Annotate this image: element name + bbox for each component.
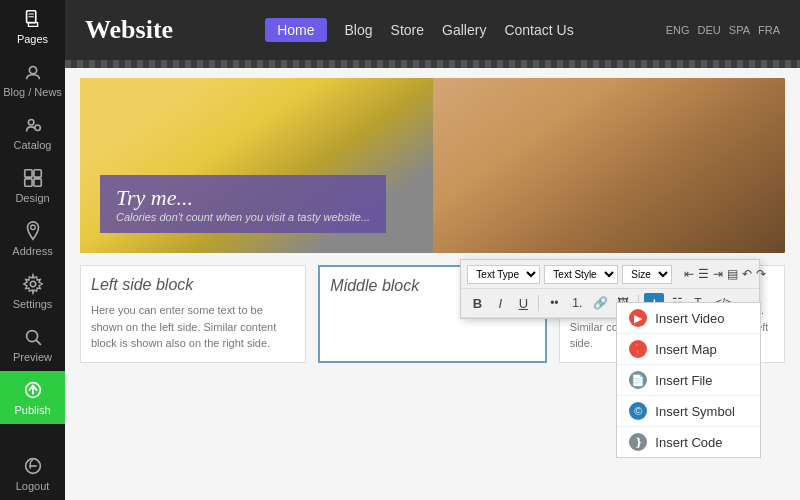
italic-btn[interactable]: I (490, 293, 510, 313)
svg-line-13 (36, 340, 40, 344)
hero-title: Try me... (116, 185, 370, 211)
block-left[interactable]: Left side block Here you can enter some … (80, 265, 306, 363)
sidebar-label-settings: Settings (13, 298, 53, 310)
redo-btn[interactable]: ↷ (756, 264, 766, 284)
svg-rect-8 (24, 179, 31, 186)
content-area: Try me... Calories don't count when you … (65, 68, 800, 500)
language-switcher: ENG DEU SPA FRA (666, 24, 780, 36)
insert-video-item[interactable]: ▶ Insert Video (617, 303, 760, 334)
align-right-btn[interactable]: ⇥ (713, 264, 723, 284)
sidebar-item-logout[interactable]: Logout (0, 447, 65, 500)
insert-file-label: Insert File (655, 373, 712, 388)
svg-rect-1 (28, 14, 34, 15)
insert-symbol-label: Insert Symbol (655, 404, 734, 419)
svg-point-10 (30, 225, 35, 230)
align-center-btn[interactable]: ☰ (698, 264, 709, 284)
symbol-icon: © (629, 402, 647, 420)
text-size-select[interactable]: Size (622, 265, 672, 284)
dotted-divider (65, 60, 800, 68)
file-icon: 📄 (629, 371, 647, 389)
toolbar-popup: Text Type Text Style Size ⇤ ☰ ⇥ ▤ ↶ ↷ B (460, 259, 760, 319)
toolbar-separator-2 (538, 295, 539, 311)
blog-icon (22, 61, 44, 83)
sidebar-label-pages: Pages (17, 33, 48, 45)
hero-subtitle: Calories don't count when you visit a ta… (116, 211, 370, 223)
blocks-row: Left side block Here you can enter some … (80, 265, 785, 363)
svg-point-5 (34, 125, 40, 131)
sidebar-item-catalog[interactable]: Catalog (0, 106, 65, 159)
text-style-select[interactable]: Text Style (544, 265, 618, 284)
sidebar-label-publish: Publish (14, 404, 50, 416)
svg-rect-9 (33, 179, 40, 186)
nav-gallery[interactable]: Gallery (442, 22, 486, 38)
lang-spa[interactable]: SPA (729, 24, 750, 36)
lang-fra[interactable]: FRA (758, 24, 780, 36)
settings-icon (22, 273, 44, 295)
insert-map-item[interactable]: 📍 Insert Map (617, 334, 760, 365)
ul-btn[interactable]: •• (544, 293, 564, 313)
nav-home[interactable]: Home (265, 18, 326, 42)
text-type-select[interactable]: Text Type (467, 265, 540, 284)
block-middle[interactable]: Middle block Text Type Text Style Size ⇤… (318, 265, 546, 363)
link-btn[interactable]: 🔗 (590, 293, 610, 313)
toolbar-row2: B I U •• 1. 🔗 🖼 + ☷ T₂ </> (461, 289, 759, 318)
bold-btn[interactable]: B (467, 293, 487, 313)
sidebar-label-preview: Preview (13, 351, 52, 363)
nav-store[interactable]: Store (391, 22, 424, 38)
hero-food (433, 78, 786, 253)
svg-rect-6 (24, 170, 31, 177)
ol-btn[interactable]: 1. (567, 293, 587, 313)
sidebar-item-pages[interactable]: Pages (0, 0, 65, 53)
insert-file-item[interactable]: 📄 Insert File (617, 365, 760, 396)
insert-symbol-item[interactable]: © Insert Symbol (617, 396, 760, 427)
video-icon: ▶ (629, 309, 647, 327)
hero-overlay: Try me... Calories don't count when you … (100, 175, 386, 233)
sidebar-label-catalog: Catalog (14, 139, 52, 151)
insert-dropdown-menu: ▶ Insert Video 📍 Insert Map 📄 Insert Fil… (616, 302, 761, 458)
hero-image: Try me... Calories don't count when you … (80, 78, 785, 253)
nav-blog[interactable]: Blog (345, 22, 373, 38)
sidebar-item-address[interactable]: Address (0, 212, 65, 265)
preview-icon (22, 326, 44, 348)
sidebar-label-design: Design (15, 192, 49, 204)
sidebar-item-blog[interactable]: Blog / News (0, 53, 65, 106)
underline-btn[interactable]: U (513, 293, 533, 313)
publish-icon (22, 379, 44, 401)
align-justify-btn[interactable]: ▤ (727, 264, 738, 284)
lang-eng[interactable]: ENG (666, 24, 690, 36)
map-icon: 📍 (629, 340, 647, 358)
sidebar-label-blog: Blog / News (3, 86, 62, 98)
pages-icon (22, 8, 44, 30)
block-left-heading: Left side block (91, 276, 295, 294)
sidebar-label-logout: Logout (16, 480, 50, 492)
insert-video-label: Insert Video (655, 311, 724, 326)
svg-point-11 (30, 281, 36, 287)
address-icon (22, 220, 44, 242)
design-icon (22, 167, 44, 189)
undo-btn[interactable]: ↶ (742, 264, 752, 284)
insert-code-label: Insert Code (655, 435, 722, 450)
site-logo: Website (85, 15, 173, 45)
align-left-btn[interactable]: ⇤ (684, 264, 694, 284)
sidebar-item-design[interactable]: Design (0, 159, 65, 212)
nav-contact[interactable]: Contact Us (504, 22, 573, 38)
code-icon: ❵ (629, 433, 647, 451)
svg-point-4 (28, 120, 34, 126)
sidebar: Pages Blog / News Catalog Design Address… (0, 0, 65, 500)
sidebar-item-publish[interactable]: Publish (0, 371, 65, 424)
site-nav: Home Blog Store Gallery Contact Us (193, 18, 646, 42)
sidebar-label-address: Address (12, 245, 52, 257)
site-header: Website Home Blog Store Gallery Contact … (65, 0, 800, 60)
logout-icon (22, 455, 44, 477)
lang-deu[interactable]: DEU (698, 24, 721, 36)
sidebar-item-preview[interactable]: Preview (0, 318, 65, 371)
svg-rect-2 (28, 16, 34, 17)
insert-map-label: Insert Map (655, 342, 716, 357)
block-left-text: Here you can enter some text to be shown… (91, 302, 295, 352)
sidebar-item-settings[interactable]: Settings (0, 265, 65, 318)
main-content: Website Home Blog Store Gallery Contact … (65, 0, 800, 500)
insert-code-item[interactable]: ❵ Insert Code (617, 427, 760, 457)
toolbar-row1: Text Type Text Style Size ⇤ ☰ ⇥ ▤ ↶ ↷ (461, 260, 759, 289)
svg-point-3 (29, 67, 36, 74)
svg-rect-7 (33, 170, 40, 177)
